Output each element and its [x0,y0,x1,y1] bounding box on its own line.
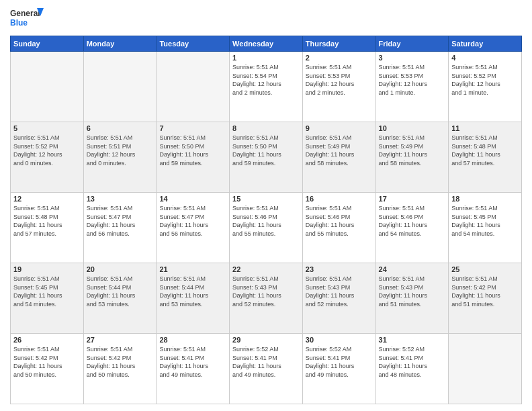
day-number: 31 [379,336,446,344]
day-info: Sunrise: 5:51 AMSunset: 5:53 PMDaylight:… [306,63,373,97]
weekday-header-row: SundayMondayTuesdayWednesdayThursdayFrid… [11,36,522,52]
week-row-1: 1Sunrise: 5:51 AMSunset: 5:54 PMDaylight… [11,52,522,122]
day-number: 13 [87,195,154,203]
svg-text:General: General [10,9,40,18]
week-row-4: 19Sunrise: 5:51 AMSunset: 5:45 PMDayligh… [11,263,522,334]
day-number: 3 [379,54,446,62]
day-number: 7 [159,124,226,132]
day-number: 9 [306,124,373,132]
day-number: 2 [306,54,373,62]
day-number: 28 [159,336,226,344]
day-number: 15 [232,195,300,203]
day-number: 17 [379,195,446,203]
page: GeneralBlue SundayMondayTuesdayWednesday… [0,0,532,411]
calendar-cell: 14Sunrise: 5:51 AMSunset: 5:47 PMDayligh… [157,193,230,263]
calendar-cell: 29Sunrise: 5:52 AMSunset: 5:41 PMDayligh… [230,334,303,404]
day-number: 30 [306,336,373,344]
day-number: 25 [451,265,519,273]
calendar-cell: 11Sunrise: 5:51 AMSunset: 5:48 PMDayligh… [449,122,522,193]
calendar: SundayMondayTuesdayWednesdayThursdayFrid… [10,36,522,404]
day-info: Sunrise: 5:51 AMSunset: 5:50 PMDaylight:… [159,134,226,167]
day-number: 23 [306,265,373,273]
day-info: Sunrise: 5:51 AMSunset: 5:42 PMDaylight:… [13,345,81,379]
calendar-cell [157,52,230,122]
weekday-header-wednesday: Wednesday [230,36,303,52]
day-info: Sunrise: 5:51 AMSunset: 5:42 PMDaylight:… [87,345,154,379]
calendar-cell: 20Sunrise: 5:51 AMSunset: 5:44 PMDayligh… [83,263,157,334]
day-number: 21 [159,265,226,273]
day-number: 11 [451,124,519,132]
day-info: Sunrise: 5:51 AMSunset: 5:48 PMDaylight:… [451,134,519,167]
calendar-cell: 22Sunrise: 5:51 AMSunset: 5:43 PMDayligh… [230,263,303,334]
day-info: Sunrise: 5:51 AMSunset: 5:43 PMDaylight:… [379,275,446,308]
day-number: 27 [87,336,154,344]
calendar-cell [11,52,84,122]
day-info: Sunrise: 5:51 AMSunset: 5:44 PMDaylight:… [87,275,154,308]
calendar-cell: 5Sunrise: 5:51 AMSunset: 5:52 PMDaylight… [11,122,84,193]
day-number: 24 [379,265,446,273]
svg-text:Blue: Blue [10,18,28,28]
day-info: Sunrise: 5:51 AMSunset: 5:48 PMDaylight:… [13,204,81,238]
day-info: Sunrise: 5:51 AMSunset: 5:54 PMDaylight:… [232,63,300,97]
calendar-cell: 24Sunrise: 5:51 AMSunset: 5:43 PMDayligh… [375,263,449,334]
day-number: 22 [232,265,300,273]
day-info: Sunrise: 5:52 AMSunset: 5:41 PMDaylight:… [232,345,300,379]
calendar-cell: 12Sunrise: 5:51 AMSunset: 5:48 PMDayligh… [11,193,84,263]
calendar-cell: 26Sunrise: 5:51 AMSunset: 5:42 PMDayligh… [11,334,84,404]
day-info: Sunrise: 5:51 AMSunset: 5:49 PMDaylight:… [306,134,373,167]
calendar-cell: 21Sunrise: 5:51 AMSunset: 5:44 PMDayligh… [157,263,230,334]
day-number: 10 [379,124,446,132]
calendar-cell: 4Sunrise: 5:51 AMSunset: 5:52 PMDaylight… [449,52,522,122]
calendar-cell: 10Sunrise: 5:51 AMSunset: 5:49 PMDayligh… [375,122,449,193]
calendar-cell [449,334,522,404]
day-info: Sunrise: 5:51 AMSunset: 5:52 PMDaylight:… [451,63,519,97]
day-number: 1 [232,54,300,62]
calendar-cell: 23Sunrise: 5:51 AMSunset: 5:43 PMDayligh… [302,263,375,334]
calendar-cell: 7Sunrise: 5:51 AMSunset: 5:50 PMDaylight… [157,122,230,193]
logo: GeneralBlue [10,7,44,30]
calendar-cell: 19Sunrise: 5:51 AMSunset: 5:45 PMDayligh… [11,263,84,334]
day-info: Sunrise: 5:51 AMSunset: 5:47 PMDaylight:… [87,204,154,238]
day-info: Sunrise: 5:51 AMSunset: 5:46 PMDaylight:… [232,204,300,238]
weekday-header-monday: Monday [83,36,157,52]
day-info: Sunrise: 5:51 AMSunset: 5:50 PMDaylight:… [232,134,300,167]
day-info: Sunrise: 5:51 AMSunset: 5:46 PMDaylight:… [379,204,446,238]
calendar-cell: 9Sunrise: 5:51 AMSunset: 5:49 PMDaylight… [302,122,375,193]
day-info: Sunrise: 5:51 AMSunset: 5:47 PMDaylight:… [159,204,226,238]
calendar-cell: 2Sunrise: 5:51 AMSunset: 5:53 PMDaylight… [302,52,375,122]
calendar-cell: 27Sunrise: 5:51 AMSunset: 5:42 PMDayligh… [83,334,157,404]
day-number: 26 [13,336,81,344]
day-info: Sunrise: 5:51 AMSunset: 5:46 PMDaylight:… [306,204,373,238]
header: GeneralBlue [10,7,522,30]
day-info: Sunrise: 5:51 AMSunset: 5:51 PMDaylight:… [87,134,154,167]
logo-icon: GeneralBlue [10,7,44,30]
calendar-cell: 30Sunrise: 5:52 AMSunset: 5:41 PMDayligh… [302,334,375,404]
day-info: Sunrise: 5:51 AMSunset: 5:41 PMDaylight:… [159,345,226,379]
calendar-cell: 17Sunrise: 5:51 AMSunset: 5:46 PMDayligh… [375,193,449,263]
calendar-cell: 25Sunrise: 5:51 AMSunset: 5:42 PMDayligh… [449,263,522,334]
calendar-cell: 3Sunrise: 5:51 AMSunset: 5:53 PMDaylight… [375,52,449,122]
week-row-2: 5Sunrise: 5:51 AMSunset: 5:52 PMDaylight… [11,122,522,193]
calendar-cell [83,52,157,122]
day-number: 12 [13,195,81,203]
weekday-header-tuesday: Tuesday [157,36,230,52]
day-number: 29 [232,336,300,344]
calendar-cell: 18Sunrise: 5:51 AMSunset: 5:45 PMDayligh… [449,193,522,263]
week-row-5: 26Sunrise: 5:51 AMSunset: 5:42 PMDayligh… [11,334,522,404]
day-number: 18 [451,195,519,203]
day-info: Sunrise: 5:52 AMSunset: 5:41 PMDaylight:… [379,345,446,379]
day-number: 4 [451,54,519,62]
day-number: 16 [306,195,373,203]
day-number: 19 [13,265,81,273]
weekday-header-saturday: Saturday [449,36,522,52]
day-info: Sunrise: 5:51 AMSunset: 5:43 PMDaylight:… [232,275,300,308]
day-number: 20 [87,265,154,273]
week-row-3: 12Sunrise: 5:51 AMSunset: 5:48 PMDayligh… [11,193,522,263]
calendar-cell: 15Sunrise: 5:51 AMSunset: 5:46 PMDayligh… [230,193,303,263]
day-info: Sunrise: 5:51 AMSunset: 5:52 PMDaylight:… [13,134,81,167]
calendar-cell: 13Sunrise: 5:51 AMSunset: 5:47 PMDayligh… [83,193,157,263]
day-info: Sunrise: 5:52 AMSunset: 5:41 PMDaylight:… [306,345,373,379]
day-info: Sunrise: 5:51 AMSunset: 5:43 PMDaylight:… [306,275,373,308]
calendar-cell: 1Sunrise: 5:51 AMSunset: 5:54 PMDaylight… [230,52,303,122]
day-info: Sunrise: 5:51 AMSunset: 5:42 PMDaylight:… [451,275,519,308]
